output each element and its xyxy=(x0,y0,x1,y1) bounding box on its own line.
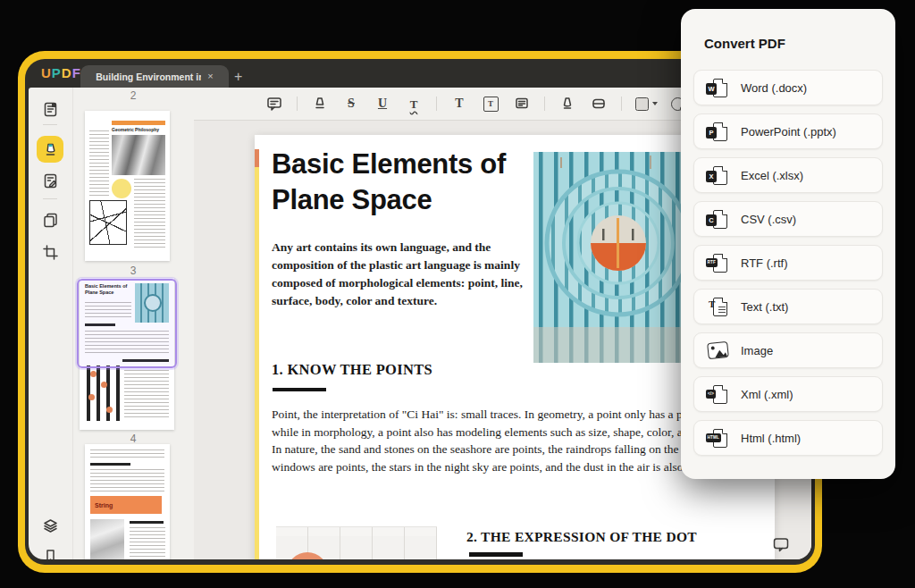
screen: { "window": { "brand_letters": [ {"ch": … xyxy=(0,0,915,588)
page-thumbnail-3-selected[interactable]: Basic Elements of Plane Space xyxy=(80,278,174,430)
convert-option-label: CSV (.csv) xyxy=(741,213,796,226)
tiles-photo xyxy=(276,526,437,559)
square-shape-icon[interactable] xyxy=(635,97,658,111)
image-file-icon xyxy=(706,340,729,361)
convert-option-label: Text (.txt) xyxy=(741,300,788,314)
convert-option-label: Word (.docx) xyxy=(741,81,807,95)
convert-option-label: PowerPoint (.pptx) xyxy=(741,125,836,139)
convert-option-csv[interactable]: C CSV (.csv) xyxy=(693,201,883,237)
rtf-file-icon: RTF xyxy=(706,252,729,273)
underline-icon[interactable]: U xyxy=(374,95,391,113)
convert-option-html[interactable]: HTML Html (.html) xyxy=(693,420,883,456)
convert-option-text[interactable]: T Text (.txt) xyxy=(693,289,883,324)
thumb-accent-bar xyxy=(112,121,165,125)
thumb-heading xyxy=(130,521,164,524)
crop-icon[interactable] xyxy=(39,241,61,263)
intro-paragraph: Any art contains its own language, and t… xyxy=(272,239,531,310)
chevron-down-icon xyxy=(652,102,658,105)
convert-panel-title: Convert PDF xyxy=(704,36,785,51)
page-accent-orange xyxy=(255,149,259,167)
powerpoint-file-icon: P xyxy=(706,121,729,142)
thumb-dot xyxy=(101,382,107,388)
organize-pages-icon[interactable] xyxy=(39,209,61,231)
convert-format-list: W Word (.docx) P PowerPoint (.pptx) X Ex… xyxy=(693,70,883,464)
logo-letter: P xyxy=(52,65,62,80)
thumb-dot xyxy=(88,394,95,400)
thumb-text-block xyxy=(134,179,165,250)
convert-option-word[interactable]: W Word (.docx) xyxy=(693,70,883,105)
html-file-icon: HTML xyxy=(706,427,729,449)
updf-logo: UPDF xyxy=(41,65,81,80)
pen-icon[interactable] xyxy=(558,95,576,113)
thumb-text-block xyxy=(90,469,164,492)
section1-paragraph: Point, the interpretation of "Ci Hai" is… xyxy=(272,406,745,475)
thumbnail-panel: 2 Geometric Philosophy 3 Basic Elements … xyxy=(72,88,194,559)
toolbar-divider xyxy=(621,97,622,111)
page-title: Basic Elements of Plane Space xyxy=(272,147,540,218)
page-number: 2 xyxy=(72,89,194,102)
page-thumbnail-2[interactable]: Geometric Philosophy xyxy=(85,111,170,261)
page-comment-icon[interactable] xyxy=(772,536,792,554)
convert-option-excel[interactable]: X Excel (.xlsx) xyxy=(693,157,883,193)
convert-pdf-panel: Convert PDF W Word (.docx) P PowerPoint … xyxy=(681,9,895,479)
section1-underline xyxy=(273,388,326,391)
new-tab-button[interactable]: + xyxy=(234,70,242,84)
thumb-sketch xyxy=(89,200,127,245)
page-accent-yellow xyxy=(255,167,259,559)
section2-underline xyxy=(469,552,523,557)
convert-option-label: RTF (.rtf) xyxy=(741,256,787,270)
visible-area-indicator[interactable] xyxy=(77,279,177,368)
thumb-circle xyxy=(112,179,131,198)
tab-title: Building Environment infor xyxy=(96,71,201,82)
thumb-text-block xyxy=(124,366,169,420)
thumb-text-block xyxy=(89,130,109,197)
comment-icon[interactable] xyxy=(265,95,283,113)
convert-option-label: Html (.html) xyxy=(741,432,801,445)
sidebar-item-annotate-active[interactable] xyxy=(37,136,63,163)
text-icon[interactable]: T xyxy=(450,95,468,113)
toolbar-divider xyxy=(436,97,437,111)
sidebar-divider xyxy=(43,124,57,125)
thumb-banner-label: String xyxy=(90,502,113,508)
bookmark-icon[interactable] xyxy=(39,545,61,559)
thumb-text-block xyxy=(130,527,165,559)
tab-close-icon[interactable]: × xyxy=(207,71,213,81)
convert-option-powerpoint[interactable]: P PowerPoint (.pptx) xyxy=(693,113,883,149)
toolbar-divider xyxy=(544,97,545,111)
tiles-orange-circle xyxy=(287,552,328,559)
reader-icon[interactable] xyxy=(39,98,61,120)
thumb-dot xyxy=(90,371,97,377)
layers-icon[interactable] xyxy=(39,515,61,536)
convert-option-rtf[interactable]: RTF RTF (.rtf) xyxy=(693,245,883,281)
convert-option-image[interactable]: Image xyxy=(693,332,883,368)
thumb-image xyxy=(112,135,165,175)
thumb-banner: String xyxy=(90,496,162,514)
strikethrough-icon[interactable]: S xyxy=(342,95,360,113)
page-number: 3 xyxy=(72,265,194,277)
xml-file-icon: </> xyxy=(706,383,729,405)
page-thumbnail-4[interactable]: String xyxy=(85,444,170,559)
sidebar-divider xyxy=(43,198,57,199)
highlighter-icon xyxy=(42,141,59,158)
eraser-icon[interactable] xyxy=(590,95,608,113)
highlighter-icon[interactable] xyxy=(311,95,329,113)
text-file-icon: T xyxy=(706,296,729,317)
word-file-icon: W xyxy=(706,77,729,98)
document-tab[interactable]: Building Environment infor × xyxy=(80,65,229,88)
thumb-dot xyxy=(106,407,113,413)
callout-icon[interactable] xyxy=(513,95,531,113)
convert-option-xml[interactable]: </> Xml (.xml) xyxy=(693,376,883,412)
convert-option-label: Xml (.xml) xyxy=(741,388,793,401)
csv-file-icon: C xyxy=(706,208,729,230)
convert-option-label: Excel (.xlsx) xyxy=(741,169,803,182)
textbox-icon[interactable]: T xyxy=(482,95,499,113)
page-number: 4 xyxy=(72,433,194,445)
thumb-text-block xyxy=(90,449,164,458)
tool-sidebar xyxy=(29,88,73,559)
thumb-title: Geometric Philosophy xyxy=(112,127,165,132)
toolbar-divider xyxy=(297,97,298,111)
logo-letter: U xyxy=(41,65,52,80)
comment-edit-icon[interactable] xyxy=(39,170,61,191)
thumb-image xyxy=(90,519,124,559)
squiggly-underline-icon[interactable]: T xyxy=(405,95,423,113)
